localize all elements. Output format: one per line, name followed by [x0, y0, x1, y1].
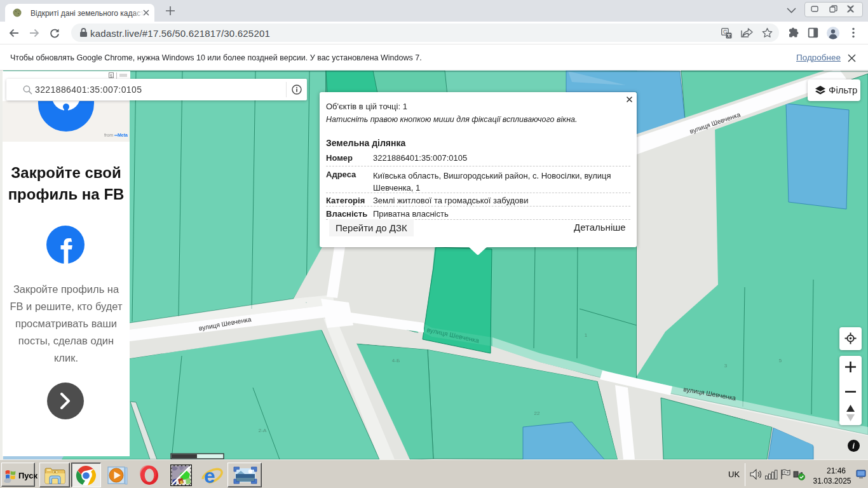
svg-text:3: 3	[724, 363, 728, 369]
svg-text:1: 1	[585, 332, 588, 338]
svg-text:2-А: 2-А	[259, 428, 267, 433]
svg-text:22: 22	[534, 410, 540, 416]
svg-text:e: e	[204, 465, 215, 486]
svg-text:5: 5	[779, 358, 782, 363]
svg-text:4-Б: 4-Б	[392, 358, 400, 363]
